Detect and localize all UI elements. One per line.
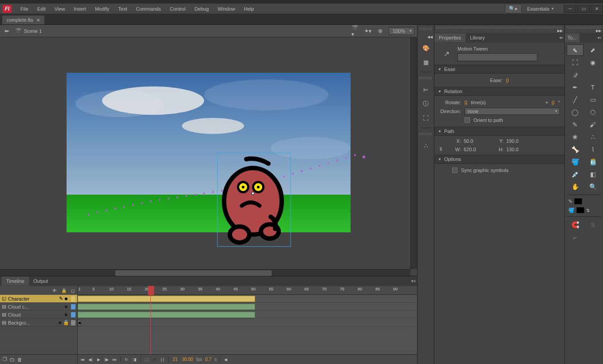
workspace-switcher[interactable]: Essentials ▼	[524, 5, 558, 13]
zoom-tool[interactable]: 🔍	[584, 181, 601, 192]
selection-tool[interactable]: ⬉	[567, 44, 583, 56]
x-value[interactable]: 50.0	[464, 138, 490, 144]
menu-debug[interactable]: Debug	[190, 4, 213, 13]
center-stage-icon[interactable]: ⊕	[376, 27, 384, 35]
free-transform-tool[interactable]: ⛶	[567, 57, 583, 68]
horizontal-scrollbar[interactable]	[0, 269, 410, 276]
menu-help[interactable]: Help	[240, 4, 259, 13]
brush-tool[interactable]: 🖌	[584, 119, 601, 130]
stage-area[interactable]	[0, 37, 417, 276]
swap-colors-icon[interactable]: ⇅	[586, 208, 590, 213]
w-value[interactable]: 620.0	[464, 147, 490, 152]
layer-name[interactable]: Character	[8, 296, 57, 301]
pen-tool[interactable]: ✒	[567, 82, 583, 93]
search-toggle[interactable]: 🔍▸	[505, 4, 522, 13]
tab-output[interactable]: Output	[29, 277, 52, 286]
stage-canvas[interactable]	[67, 73, 351, 232]
frame-row-cloud-c[interactable]	[78, 303, 417, 311]
play-icon[interactable]: ▶	[95, 356, 102, 363]
tools-options-icon[interactable]: ▾≡	[598, 36, 603, 40]
panel-collapse-icon[interactable]: ▶▶	[434, 29, 564, 33]
goto-first-icon[interactable]: ⏮	[79, 356, 86, 363]
text-tool[interactable]: T	[584, 82, 601, 93]
lock-column-icon[interactable]: 🔒	[61, 288, 67, 293]
layer-name[interactable]: Cloud	[8, 312, 63, 317]
layer-row[interactable]: ◱ Character ✎	[0, 295, 77, 303]
section-ease[interactable]: ▼Ease	[434, 65, 564, 74]
onion-skin-icon[interactable]: ◨	[131, 356, 138, 363]
color-panel-icon[interactable]: 🎨	[421, 43, 431, 53]
section-options[interactable]: ▼Options	[434, 155, 564, 164]
menu-file[interactable]: File	[16, 4, 33, 13]
tab-library[interactable]: Library	[465, 33, 489, 42]
layer-row[interactable]: ▤ Backgro... 🔒	[0, 319, 77, 327]
fill-color-swatch[interactable]	[576, 207, 584, 213]
outline-color[interactable]	[71, 296, 75, 301]
classic-tween-span[interactable]	[78, 304, 255, 310]
pencil-tool[interactable]: ✎	[567, 119, 583, 130]
visibility-dot[interactable]	[65, 305, 67, 308]
stroke-color-swatch[interactable]	[574, 198, 582, 204]
code-snippets-icon[interactable]: ∴	[421, 140, 431, 151]
scroll-left-icon[interactable]: ◀	[222, 356, 229, 363]
document-tab[interactable]: complete.fla ✕	[2, 15, 45, 24]
paint-bucket-tool[interactable]: 🪣	[567, 156, 583, 168]
ink-bottle-tool[interactable]: 🫙	[584, 156, 601, 168]
frame-rate[interactable]: 30.00	[181, 357, 194, 362]
menu-edit[interactable]: Edit	[33, 4, 50, 13]
menu-modify[interactable]: Modify	[91, 4, 114, 13]
rectangle-tool[interactable]: ▭	[584, 94, 601, 106]
orient-checkbox[interactable]	[465, 117, 470, 123]
frame-row-character[interactable]	[78, 295, 417, 303]
tab-properties[interactable]: Properties	[434, 33, 465, 42]
outline-column-icon[interactable]: ◻	[71, 288, 75, 293]
smooth-icon[interactable]: S	[584, 219, 601, 231]
onion-outlines-icon[interactable]: ⬚	[143, 356, 150, 363]
scene-label[interactable]: Scene 1	[24, 28, 42, 34]
align-panel-icon[interactable]: ⊨	[421, 84, 431, 95]
visibility-column-icon[interactable]: 👁	[52, 288, 57, 293]
info-panel-icon[interactable]: ⓘ	[421, 98, 431, 109]
tab-timeline[interactable]: Timeline	[2, 277, 29, 286]
menu-control[interactable]: Control	[166, 4, 190, 13]
vertical-scrollbar[interactable]	[410, 37, 417, 269]
layer-row[interactable]: ▤ Cloud c...	[0, 303, 77, 311]
oval-tool[interactable]: ◯	[567, 106, 583, 118]
instance-name-input[interactable]	[457, 53, 537, 61]
modify-markers-icon[interactable]: [·]	[159, 356, 166, 363]
goto-last-icon[interactable]: ⏭	[111, 356, 118, 363]
menu-window[interactable]: Window	[213, 4, 240, 13]
window-maximize[interactable]: ▭	[577, 5, 590, 13]
zoom-select[interactable]: 100%	[389, 27, 414, 35]
y-value[interactable]: 190.0	[506, 138, 533, 144]
lasso-tool[interactable]: 𝒬	[567, 69, 583, 81]
bind-tool[interactable]: ⌇	[584, 144, 601, 155]
edit-multiple-icon[interactable]: ⬛	[151, 356, 158, 363]
frame-row-cloud[interactable]	[78, 311, 417, 319]
spray-tool[interactable]: ∴	[584, 131, 601, 143]
playhead[interactable]	[150, 286, 151, 354]
ease-value[interactable]: 0	[506, 78, 509, 83]
timeline-options-icon[interactable]: ▾≡	[410, 279, 417, 283]
polystar-tool[interactable]: ⬡	[584, 106, 601, 118]
outline-color[interactable]	[71, 312, 75, 317]
subselection-tool[interactable]: ⬈	[584, 44, 601, 56]
menu-text[interactable]: Text	[114, 4, 131, 13]
direction-select[interactable]: none	[465, 108, 560, 115]
dock-grip[interactable]	[419, 27, 433, 30]
dock-grip[interactable]	[419, 77, 433, 79]
visibility-dot[interactable]	[65, 313, 67, 316]
tab-tools[interactable]: To...	[565, 33, 579, 42]
section-rotation[interactable]: ▼Rotation	[434, 87, 564, 96]
sync-checkbox[interactable]	[452, 168, 457, 173]
classic-tween-span[interactable]	[78, 312, 255, 318]
frame-ruler[interactable]: 151015202530354045505560657075808590	[78, 286, 417, 295]
menu-view[interactable]: View	[50, 4, 70, 13]
line-tool[interactable]: ╱	[567, 94, 583, 106]
frame-row-background[interactable]	[78, 319, 417, 327]
menu-insert[interactable]: Insert	[69, 4, 91, 13]
eraser-tool[interactable]: ◧	[584, 168, 601, 180]
outline-color[interactable]	[71, 320, 75, 325]
new-folder-icon[interactable]: 🗀	[10, 357, 15, 362]
bone-tool[interactable]: 🦴	[567, 144, 583, 155]
